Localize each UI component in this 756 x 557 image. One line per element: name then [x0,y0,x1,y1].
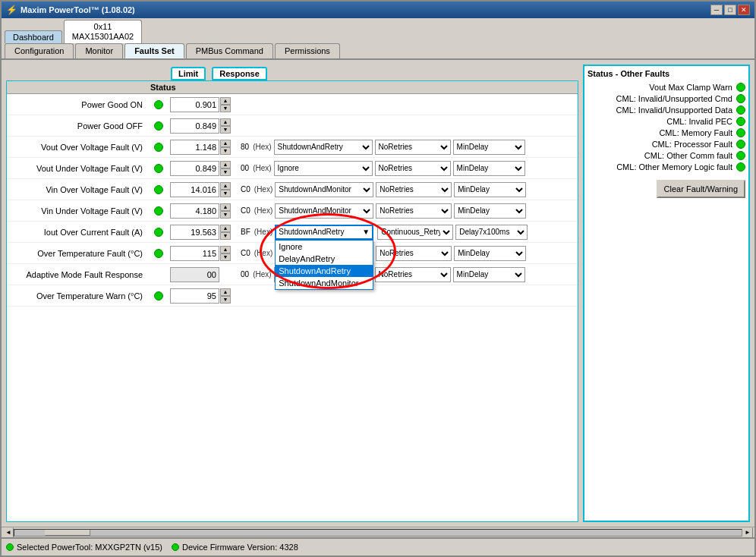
spin-up[interactable]: ▲ [220,225,231,232]
dropdown-option-ignore[interactable]: Ignore [276,241,373,253]
fault-status-item: CML: Invalid PEC [587,117,745,126]
delay-select[interactable]: MinDelay [454,246,526,261]
status-indicator [147,249,170,258]
device-tab[interactable]: 0x11 MAX15301AA02 [64,20,142,43]
dropdown-option-shutdown-monitor[interactable]: ShutdownAndMonitor [276,277,373,289]
fault-limit: ▲ ▼ [170,118,238,134]
fault-limit: ▲ ▼ [170,97,238,112]
status-dot [736,162,745,172]
spin-down[interactable]: ▼ [220,296,231,304]
spin-down[interactable]: ▼ [220,105,231,112]
scroll-right-button[interactable]: ► [742,527,753,538]
maximize-button[interactable]: □ [724,5,736,15]
limit-input[interactable] [170,118,219,134]
fault-name: Vin Under Voltage Fault (V) [7,205,147,217]
tab-faults-set[interactable]: Faults Set [124,43,184,58]
response-select-display[interactable]: ShutdownAndRetry ▼ [275,225,373,240]
hex-code: 00 [241,164,249,172]
limit-input[interactable] [170,182,219,197]
retry-select[interactable]: NoRetries [375,267,451,282]
retry-select[interactable]: NoRetries [376,182,452,197]
fault-name: Over Temperature Warn (°C) [7,290,147,302]
delay-select[interactable]: MinDelay [454,182,526,197]
spin-down[interactable]: ▼ [220,211,231,219]
spin-down[interactable]: ▼ [220,147,231,155]
spin-up[interactable]: ▲ [220,97,231,105]
fault-name: Power Good ON [7,99,147,111]
limit-input[interactable] [170,161,219,176]
scroll-left-button[interactable]: ◄ [3,527,14,538]
limit-input[interactable] [170,225,219,240]
delay-select[interactable]: MinDelay [453,161,525,176]
spin-down[interactable]: ▼ [220,253,231,261]
limit-header: Limit [171,67,206,80]
status-dot [736,140,745,149]
spin-up[interactable]: ▲ [220,246,231,253]
delay-select[interactable]: Delay7x100ms [455,225,528,240]
fault-limit [170,267,238,282]
limit-input[interactable] [170,97,219,112]
response-select[interactable]: ShutdownAndMonitor [275,203,373,219]
fault-name: Adaptive Mode Fault Response [7,269,147,281]
spin-down[interactable]: ▼ [220,168,231,176]
response-select[interactable]: ShutdownAndMonitor [275,182,373,197]
fault-response: 80 (Hex) ShutdownAndRetryIgnoreDelayAndR… [238,140,578,155]
hex-label: (Hex) [254,185,272,194]
retry-select[interactable]: NoRetries [376,203,452,219]
tab-monitor[interactable]: Monitor [75,43,123,58]
scrollbar-track[interactable] [14,529,742,537]
scrollbar-thumb[interactable] [45,530,90,536]
retry-select[interactable]: NoRetries [376,246,452,261]
clear-fault-button[interactable]: Clear Fault/Warning [657,180,745,198]
status-indicator [147,185,170,194]
status-dot [154,185,163,194]
spin-up[interactable]: ▲ [220,182,231,190]
tab-configuration[interactable]: Configuration [5,43,74,58]
minimize-button[interactable]: ─ [710,5,723,15]
dropdown-option-shutdown-retry[interactable]: ShutdownAndRetry [276,265,373,277]
status-selected: Selected PowerTool: MXXGP2TN (v15) [6,543,162,552]
app-title: Maxim PowerTool™ (1.08.02) [20,5,135,14]
dashboard-tab[interactable]: Dashboard [5,30,62,43]
spin-up[interactable]: ▲ [220,288,231,296]
status-dot [154,206,163,216]
table-row: Vin Over Voltage Fault (V) ▲ ▼ C0 (Hex) [7,179,578,200]
table-row: Vout Under Voltage Fault (V) ▲ ▼ 00 (Hex… [7,158,578,179]
limit-input[interactable] [170,140,219,155]
fault-limit: ▲ ▼ [170,225,238,240]
fault-status-item: CML: Invalid/Unsupported Data [587,105,745,115]
tab-permissions[interactable]: Permissions [275,43,340,58]
retry-select[interactable]: Continuous_Retry [377,225,453,240]
response-select[interactable]: IgnoreShutdownAndRetry [274,161,373,176]
spin-up[interactable]: ▲ [220,118,231,126]
status-indicator [147,100,170,109]
delay-select[interactable]: MinDelay [453,267,525,282]
spin-down[interactable]: ▼ [220,232,231,240]
status-dot [154,100,163,109]
spin-buttons: ▲ ▼ [220,97,231,112]
spin-up[interactable]: ▲ [220,140,231,147]
limit-input[interactable] [170,246,219,261]
delay-select[interactable]: MinDelay [454,203,526,219]
status-dot [736,117,745,126]
limit-input[interactable] [170,203,219,219]
fault-name: Vin Over Voltage Fault (V) [7,184,147,196]
fault-status-item: Vout Max Clamp Warn [587,83,745,92]
tab-pmbus-command[interactable]: PMBus Command [186,43,273,58]
limit-input[interactable] [170,267,219,282]
retry-select[interactable]: NoRetries [375,140,451,155]
spin-up[interactable]: ▲ [220,161,231,168]
left-panel: Limit Response Status [6,65,578,522]
retry-select[interactable]: NoRetries [375,161,451,176]
delay-select[interactable]: MinDelay [453,140,525,155]
response-select[interactable]: ShutdownAndRetryIgnoreDelayAndRetryShutd… [274,140,373,155]
limit-input[interactable] [170,288,219,304]
spin-up[interactable]: ▲ [220,203,231,211]
response-dropdown-list: Ignore DelayAndRetry ShutdownAndRetry Sh… [275,240,373,290]
close-button[interactable]: ✕ [738,5,750,15]
spin-down[interactable]: ▼ [220,126,231,134]
spin-down[interactable]: ▼ [220,190,231,197]
fault-status-item: CML: Other Memory Logic fault [587,162,745,172]
dropdown-option-delay[interactable]: DelayAndRetry [276,253,373,265]
status-dot [736,105,745,115]
